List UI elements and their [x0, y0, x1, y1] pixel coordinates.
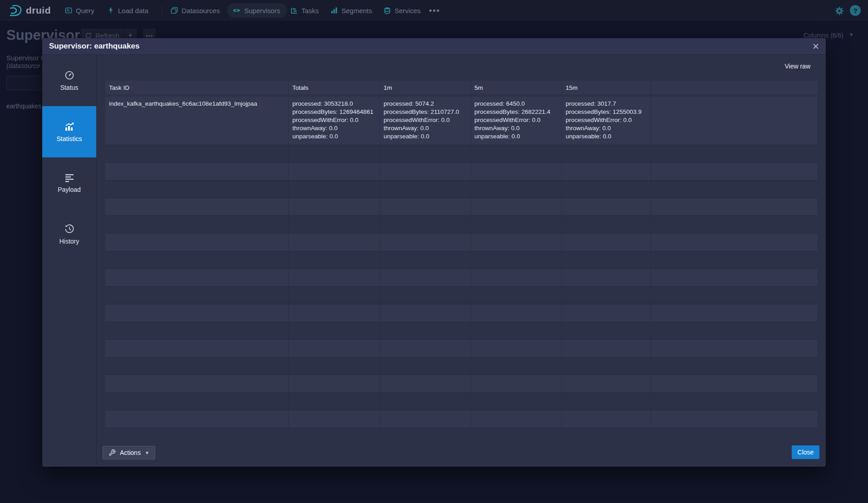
column-subheader-datasource: (datasource: [6, 62, 40, 69]
column-header-15m[interactable]: 15m: [562, 81, 651, 94]
empty-cell: [562, 251, 651, 269]
table-empty-row: [105, 251, 817, 269]
actions-caret-icon: ▼: [145, 450, 149, 455]
table-empty-row: [105, 287, 817, 304]
segments-icon: [330, 7, 338, 14]
empty-cell: [471, 216, 562, 234]
empty-cell: [380, 410, 471, 428]
empty-cell: [471, 198, 562, 216]
empty-cell: [105, 357, 289, 375]
help-icon[interactable]: ?: [850, 5, 861, 16]
empty-cell: [289, 163, 380, 181]
empty-cell: [105, 322, 289, 340]
empty-cell: [471, 340, 562, 357]
background-row-earthquakes[interactable]: earthquakes: [6, 103, 41, 110]
empty-cell: [105, 393, 289, 410]
empty-cell: [562, 357, 651, 375]
empty-cell: [105, 340, 289, 357]
nav-item-services[interactable]: Services: [384, 0, 421, 21]
nav-item-tasks[interactable]: Tasks: [291, 0, 319, 21]
empty-cell: [105, 198, 289, 216]
load-data-icon: [107, 7, 114, 14]
empty-cell: [471, 181, 562, 198]
tab-statistics[interactable]: Statistics: [42, 106, 96, 157]
statistics-table: Task ID Totals 1m 5m 15m index_kafka_ear…: [105, 81, 817, 428]
empty-cell: [380, 287, 471, 304]
nav-more-button[interactable]: •••: [429, 0, 440, 21]
tab-status[interactable]: Status: [42, 55, 96, 106]
empty-cell: [289, 198, 380, 216]
dialog-content: View raw Task ID Totals 1m 5m 15m index_…: [97, 55, 826, 466]
empty-cell: [471, 234, 562, 251]
empty-cell: [651, 234, 817, 251]
empty-cell: [562, 198, 651, 216]
empty-cell: [651, 198, 817, 216]
empty-cell: [289, 375, 380, 393]
empty-cell: [380, 340, 471, 357]
dialog-close-icon[interactable]: ✕: [806, 38, 826, 55]
empty-cell: [562, 216, 651, 234]
empty-cell: [651, 251, 817, 269]
empty-cell: [651, 375, 817, 393]
empty-cell: [651, 145, 817, 163]
empty-cell: [471, 251, 562, 269]
tab-history[interactable]: History: [42, 209, 96, 260]
column-header-totals[interactable]: Totals: [289, 81, 380, 94]
table-empty-row: [105, 269, 817, 287]
empty-cell: [380, 181, 471, 198]
empty-cell: [651, 216, 817, 234]
empty-cell: [651, 304, 817, 322]
view-raw-link[interactable]: View raw: [784, 63, 810, 70]
column-header-task-id[interactable]: Task ID: [105, 81, 289, 94]
empty-cell: [289, 181, 380, 198]
empty-cell: [651, 269, 817, 287]
nav-item-label: Segments: [341, 7, 372, 15]
empty-cell: [105, 234, 289, 251]
supervisor-dialog: Supervisor: earthquakes ✕ Status: [42, 38, 826, 467]
empty-cell: [562, 269, 651, 287]
empty-cell: [380, 251, 471, 269]
nav-item-load-data[interactable]: Load data: [107, 0, 148, 21]
top-nav-bar: druid Query Load data Datasources Superv…: [0, 0, 868, 21]
tab-payload[interactable]: Payload: [42, 157, 96, 209]
nav-item-label: Supervisors: [244, 7, 280, 15]
table-empty-row: [105, 216, 817, 234]
cell-15m: processed: 3017.7 processedBytes: 125500…: [562, 97, 651, 145]
empty-cell: [651, 322, 817, 340]
actions-button[interactable]: Actions ▼: [103, 446, 155, 459]
table-row[interactable]: index_kafka_earthquakes_6c6ac108e1afd93_…: [105, 97, 817, 145]
empty-cell: [562, 145, 651, 163]
empty-cell: [651, 340, 817, 357]
status-gauge-icon: [64, 70, 74, 80]
dialog-side-tabs: Status Statistics Payload: [42, 55, 97, 466]
table-empty-row: [105, 340, 817, 357]
nav-item-label: Load data: [118, 7, 148, 15]
nav-item-query[interactable]: Query: [65, 0, 94, 21]
empty-cell: [471, 269, 562, 287]
empty-cell: [562, 393, 651, 410]
tasks-icon: [291, 7, 298, 14]
empty-cell: [289, 216, 380, 234]
nav-item-supervisors[interactable]: Supervisors: [227, 3, 287, 18]
empty-cell: [380, 393, 471, 410]
druid-logo-text: druid: [26, 5, 51, 16]
empty-cell: [651, 393, 817, 410]
cell-totals: processed: 3053218.0 processedBytes: 126…: [289, 97, 380, 145]
settings-gear-icon[interactable]: [834, 6, 844, 16]
empty-cell: [471, 410, 562, 428]
column-header-1m[interactable]: 1m: [380, 81, 471, 94]
empty-cell: [289, 357, 380, 375]
druid-logo[interactable]: druid: [9, 4, 51, 17]
empty-cell: [562, 287, 651, 304]
close-button[interactable]: Close: [792, 445, 819, 459]
empty-cell: [289, 393, 380, 410]
empty-cell: [380, 322, 471, 340]
table-empty-row: [105, 163, 817, 181]
column-header-5m[interactable]: 5m: [471, 81, 562, 94]
nav-item-segments[interactable]: Segments: [330, 0, 372, 21]
nav-item-datasources[interactable]: Datasources: [171, 0, 220, 21]
table-empty-row: [105, 322, 817, 340]
empty-cell: [380, 198, 471, 216]
datasources-icon: [171, 7, 178, 14]
empty-cell: [471, 163, 562, 181]
